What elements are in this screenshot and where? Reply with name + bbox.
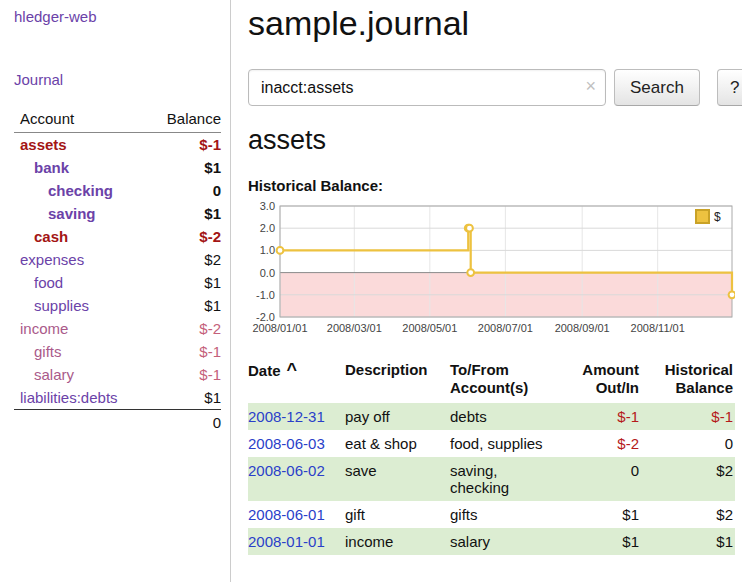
brand-link[interactable]: hledger-web [14,8,220,25]
legend-swatch [696,210,709,223]
sidebar: hledger-web Journal Account Balance asse… [0,0,231,582]
account-balance: $-2 [150,225,221,248]
transaction-date-link[interactable]: 2008-06-01 [248,506,325,523]
date-header-label: Date [248,362,281,379]
accounts-column-header: To/From Account(s) [450,359,568,403]
data-point-marker [466,225,473,232]
transaction-description: pay off [345,403,450,430]
search-bar: × Search ? [248,69,742,106]
account-balance: $1 [150,386,221,410]
account-link-saving[interactable]: saving [48,205,96,222]
y-tick-label: 3.0 [260,200,275,212]
register-row: 2008-12-31 pay off debts $-1 $-1 [248,403,735,430]
register-header-row: Date^ Description To/From Account(s) Amo… [248,359,735,403]
description-column-header: Description [345,359,450,403]
accounts-total-row: 0 [14,410,221,435]
transaction-description: save [345,457,450,501]
transaction-description: income [345,528,450,555]
account-link-income[interactable]: income [20,320,68,337]
amount-column-header: Amount Out/In [568,359,641,403]
search-input-wrapper: × [248,69,606,106]
data-point-marker [467,269,474,276]
account-heading: assets [248,125,742,156]
transaction-balance: $2 [641,501,735,528]
account-row: salary $-1 [14,363,221,386]
chart-container: 3.02.01.00.0-1.0-2.02008/01/012008/03/01… [248,200,742,345]
register-table: Date^ Description To/From Account(s) Amo… [248,359,735,555]
account-link-food[interactable]: food [34,274,63,291]
x-tick-label: 2008/01/01 [252,322,307,334]
hledger-web-app: hledger-web Journal Account Balance asse… [0,0,742,582]
account-balance: $-2 [150,317,221,340]
account-balance: $1 [150,156,221,179]
transaction-accounts: gifts [450,501,568,528]
account-balance: $1 [150,202,221,225]
data-point-marker [729,291,735,298]
account-link-expenses[interactable]: expenses [20,251,84,268]
help-button[interactable]: ? [717,69,742,106]
date-column-header[interactable]: Date^ [248,359,345,403]
account-link-cash[interactable]: cash [34,228,68,245]
transaction-date-link[interactable]: 2008-06-02 [248,462,325,479]
search-button[interactable]: Search [614,69,700,106]
x-tick-label: 2008/07/01 [478,322,533,334]
account-link-checking[interactable]: checking [48,182,113,199]
y-tick-label: 0.0 [260,267,275,279]
historical-balance-chart: 3.02.01.00.0-1.0-2.02008/01/012008/03/01… [248,200,735,341]
transaction-accounts: salary [450,528,568,555]
main-content: sample.journal × Search ? assets Histori… [231,0,742,582]
account-row: food $1 [14,271,221,294]
register-row: 2008-06-01 gift gifts $1 $2 [248,501,735,528]
x-tick-label: 2008/11/01 [631,322,685,334]
account-row: checking 0 [14,179,221,202]
account-tree: Account Balance assets $-1 bank $1 check… [14,108,221,434]
x-tick-label: 2008/05/01 [402,322,457,334]
transaction-amount: $1 [568,501,641,528]
transaction-accounts: food, supplies [450,430,568,457]
transaction-date-link[interactable]: 2008-01-01 [248,533,325,550]
account-row: expenses $2 [14,248,221,271]
transaction-balance: $-1 [641,403,735,430]
y-tick-label: 1.0 [260,244,275,256]
account-row: gifts $-1 [14,340,221,363]
historical-balance-column-header: Historical Balance [641,359,735,403]
account-link-gifts[interactable]: gifts [34,343,62,360]
y-tick-label: 2.0 [260,222,275,234]
y-tick-label: -1.0 [256,289,275,301]
sort-ascending-icon: ^ [287,360,298,380]
account-balance: $1 [150,271,221,294]
page-title: sample.journal [248,2,742,44]
transaction-description: eat & shop [345,430,450,457]
account-link-supplies[interactable]: supplies [34,297,89,314]
accounts-total: 0 [150,410,221,435]
balance-column-header: Balance [150,108,221,133]
search-input[interactable] [248,69,606,106]
transaction-accounts: debts [450,403,568,430]
transaction-balance: $1 [641,528,735,555]
account-link-liabilities-debts[interactable]: liabilities:debts [20,389,118,406]
account-row: assets $-1 [14,133,221,157]
data-point-marker [277,247,284,254]
transaction-balance: $2 [641,457,735,501]
transaction-date-link[interactable]: 2008-12-31 [248,408,325,425]
account-row: income $-2 [14,317,221,340]
account-balance: $-1 [150,133,221,157]
transaction-amount: $-2 [568,430,641,457]
transaction-date-link[interactable]: 2008-06-03 [248,435,325,452]
x-tick-label: 2008/03/01 [327,322,382,334]
transaction-amount: 0 [568,457,641,501]
transaction-accounts: saving, checking [450,457,568,501]
account-link-bank[interactable]: bank [34,159,69,176]
account-balance: $-1 [150,340,221,363]
account-row: bank $1 [14,156,221,179]
register-row: 2008-01-01 income salary $1 $1 [248,528,735,555]
account-link-salary[interactable]: salary [34,366,74,383]
transaction-amount: $-1 [568,403,641,430]
transaction-amount: $1 [568,528,641,555]
x-tick-label: 2008/09/01 [555,322,610,334]
sidebar-item-journal[interactable]: Journal [14,71,220,88]
account-link-assets[interactable]: assets [20,136,67,153]
account-balance: $2 [150,248,221,271]
account-tree-header: Account Balance [14,108,221,133]
clear-search-icon[interactable]: × [585,77,596,95]
